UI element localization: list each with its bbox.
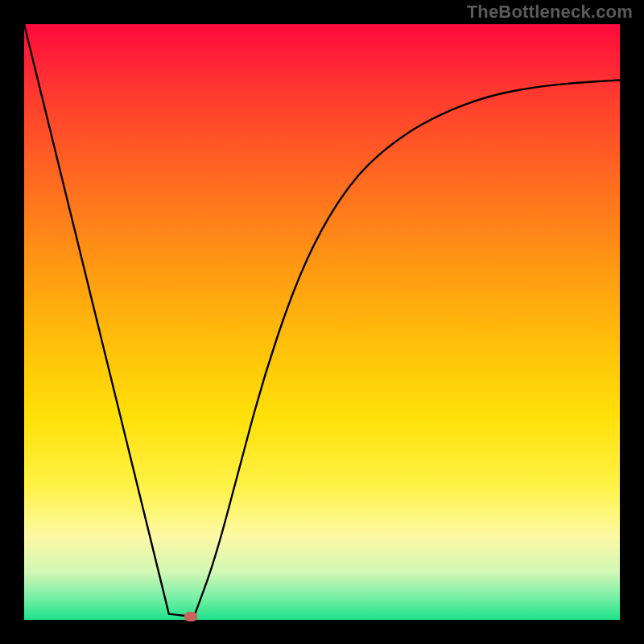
attribution-label: TheBottleneck.com bbox=[467, 2, 633, 23]
curve-path bbox=[24, 24, 620, 617]
bottleneck-curve bbox=[24, 24, 620, 620]
chart-frame: TheBottleneck.com bbox=[0, 0, 644, 644]
plot-area bbox=[24, 24, 620, 620]
optimal-point-marker bbox=[184, 612, 197, 621]
